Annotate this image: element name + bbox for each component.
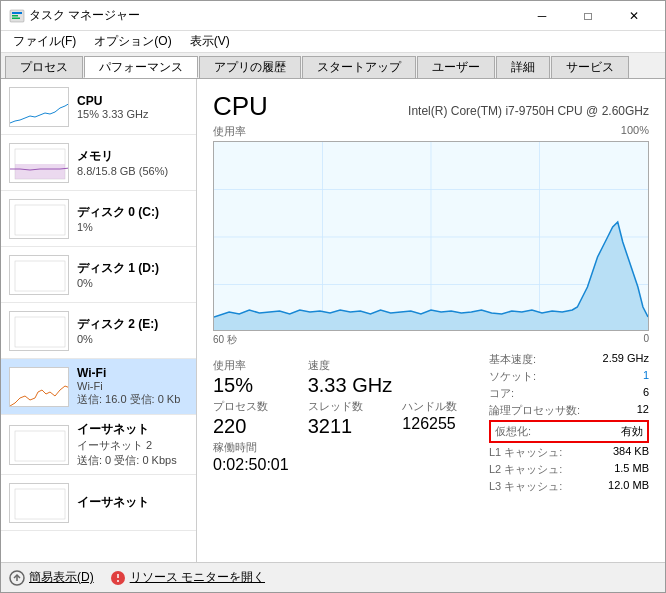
app-icon [9,8,25,24]
base-speed-label: 基本速度: [489,352,536,367]
sidebar-item-wifi[interactable]: Wi-Fi Wi-Fi 送信: 16.0 受信: 0 Kb [1,359,196,415]
tab-users[interactable]: ユーザー [417,56,495,78]
cpu-thumbnail [9,87,69,127]
svg-rect-1 [12,12,22,14]
disk2-sidebar-sub: 0% [77,333,188,345]
sidebar-item-disk2[interactable]: ディスク 2 (E:) 0% [1,303,196,359]
virtual-label: 仮想化: [495,424,531,439]
wifi-thumbnail [9,367,69,407]
disk0-sidebar-sub: 1% [77,221,188,233]
thread-value: 3211 [308,414,395,438]
menu-file[interactable]: ファイル(F) [5,31,84,52]
speed-value: 3.33 GHz [308,373,395,397]
svg-rect-10 [10,256,69,295]
main-detail-panel: CPU Intel(R) Core(TM) i7-9750H CPU @ 2.6… [197,79,665,562]
thread-label: スレッド数 [308,399,395,414]
simple-view-button[interactable]: 簡易表示(D) [9,569,94,586]
svg-rect-14 [10,368,69,407]
sidebar-item-memory[interactable]: メモリ 8.8/15.8 GB (56%) [1,135,196,191]
wifi-info: Wi-Fi Wi-Fi 送信: 16.0 受信: 0 Kb [77,366,188,407]
sidebar-item-cpu[interactable]: CPU 15% 3.33 GHz [1,79,196,135]
maximize-button[interactable]: □ [565,1,611,31]
cpu-chart-container [213,141,649,331]
sidebar-item-ethernet1[interactable]: イーサネット イーサネット 2 送信: 0 受信: 0 Kbps [1,415,196,475]
cpu-sidebar-sub: 15% 3.33 GHz [77,108,188,120]
process-label: プロセス数 [213,399,300,414]
handle-label: ハンドル数 [402,399,489,414]
chart-y-label: 使用率 [213,124,246,139]
ethernet2-sidebar-title: イーサネット [77,494,188,511]
tab-performance[interactable]: パフォーマンス [84,56,198,78]
socket-value: 1 [643,369,649,384]
svg-rect-2 [12,15,18,17]
wifi-sidebar-sub2: 送信: 16.0 受信: 0 Kb [77,392,188,407]
tab-services[interactable]: サービス [551,56,629,78]
sidebar-scroll[interactable]: CPU 15% 3.33 GHz メ [1,79,196,562]
speed-label: 速度 [308,358,395,373]
sidebar-item-ethernet2[interactable]: イーサネット [1,475,196,531]
l1-label: L1 キャッシュ: [489,445,562,460]
window-title: タスク マネージャー [29,7,140,24]
minimize-button[interactable]: ─ [519,1,565,31]
stat-uptime: 稼働時間 0:02:50:01 [213,440,394,474]
sidebar-item-disk0[interactable]: ディスク 0 (C:) 1% [1,191,196,247]
usage-label: 使用率 [213,358,300,373]
memory-sidebar-sub: 8.8/15.8 GB (56%) [77,165,188,177]
stat-thread: スレッド数 3211 [308,399,395,438]
core-row: コア: 6 [489,386,649,401]
stat-usage: 使用率 15% [213,358,300,397]
disk0-info: ディスク 0 (C:) 1% [77,204,188,233]
tab-details[interactable]: 詳細 [496,56,550,78]
logical-label: 論理プロセッサ数: [489,403,580,418]
ethernet1-info: イーサネット イーサネット 2 送信: 0 受信: 0 Kbps [77,421,188,468]
tab-app-history[interactable]: アプリの履歴 [199,56,301,78]
socket-row: ソケット: 1 [489,369,649,384]
ethernet2-thumbnail [9,483,69,523]
disk1-thumbnail [9,255,69,295]
bottom-right-stats: 基本速度: 2.59 GHz ソケット: 1 コア: 6 論理プロセッサ数: 1… [489,352,649,494]
cpu-sidebar-title: CPU [77,94,188,108]
memory-thumbnail [9,143,69,183]
bottom-left-stats: 使用率 15% 速度 3.33 GHz プロセス数 220 [213,352,489,494]
bottom-stats-section: 使用率 15% 速度 3.33 GHz プロセス数 220 [213,352,649,494]
uptime-value: 0:02:50:01 [213,455,394,474]
l2-value: 1.5 MB [614,462,649,477]
close-button[interactable]: ✕ [611,1,657,31]
resource-monitor-button[interactable]: リソース モニターを開く [110,569,265,586]
simple-view-icon [9,570,25,586]
svg-point-31 [117,580,119,582]
ethernet1-sidebar-sub2: 送信: 0 受信: 0 Kbps [77,453,188,468]
resource-monitor-label: リソース モニターを開く [130,569,265,586]
logical-row: 論理プロセッサ数: 12 [489,403,649,418]
tab-startup[interactable]: スタートアップ [302,56,416,78]
svg-rect-12 [10,312,69,351]
svg-rect-3 [12,17,20,19]
svg-rect-17 [10,484,69,523]
disk2-sidebar-title: ディスク 2 (E:) [77,316,188,333]
wifi-sidebar-sub: Wi-Fi [77,380,188,392]
sidebar-item-disk1[interactable]: ディスク 1 (D:) 0% [1,247,196,303]
tab-process[interactable]: プロセス [5,56,83,78]
cpu-model: Intel(R) Core(TM) i7-9750H CPU @ 2.60GHz [408,104,649,118]
stat-process: プロセス数 220 [213,399,300,438]
virtual-highlight-box: 仮想化: 有効 [489,420,649,443]
tab-bar: プロセス パフォーマンス アプリの履歴 スタートアップ ユーザー 詳細 サービス [1,53,665,79]
disk1-sidebar-sub: 0% [77,277,188,289]
cpu-info: CPU 15% 3.33 GHz [77,94,188,120]
title-bar-left: タスク マネージャー [9,7,140,24]
socket-label: ソケット: [489,369,536,384]
usage-value: 15% [213,373,300,397]
menu-options[interactable]: オプション(O) [86,31,179,52]
core-value: 6 [643,386,649,401]
disk1-sidebar-title: ディスク 1 (D:) [77,260,188,277]
main-title: CPU [213,91,268,122]
resource-monitor-icon [110,570,126,586]
menu-view[interactable]: 表示(V) [182,31,238,52]
process-value: 220 [213,414,300,438]
l3-label: L3 キャッシュ: [489,479,562,494]
memory-info: メモリ 8.8/15.8 GB (56%) [77,148,188,177]
footer-bar: 簡易表示(D) リソース モニターを開く [1,562,665,592]
menu-bar: ファイル(F) オプション(O) 表示(V) [1,31,665,53]
svg-rect-8 [10,200,69,239]
chart-time-right: 0 [643,333,649,347]
